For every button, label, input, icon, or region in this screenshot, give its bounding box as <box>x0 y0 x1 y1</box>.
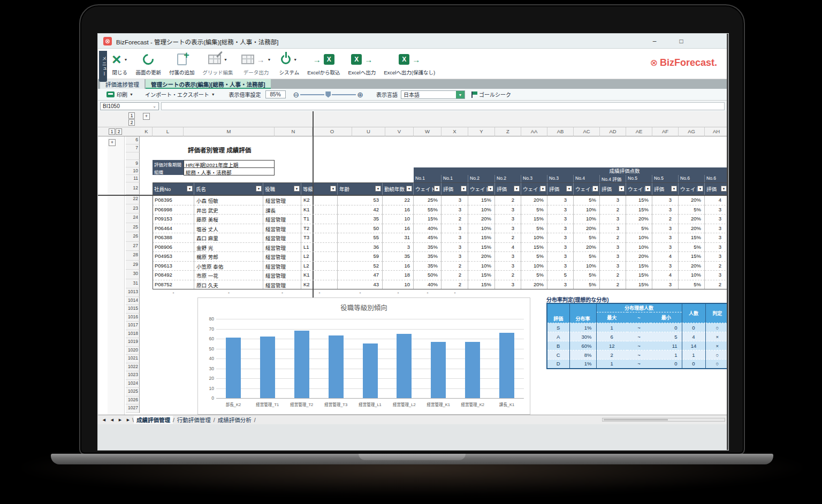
distribution-cell[interactable]: S <box>547 323 569 332</box>
filter-icon[interactable]: ▼ <box>187 186 193 192</box>
distribution-cell[interactable]: 8% <box>569 350 596 360</box>
col-outline-level-2[interactable]: 2 <box>128 119 135 126</box>
cell[interactable]: 3 <box>652 262 679 271</box>
cell[interactable]: 25% <box>414 196 442 205</box>
cell[interactable]: 35% <box>414 262 442 271</box>
cell[interactable]: 3 <box>652 233 679 243</box>
cell[interactable]: 3 <box>495 215 521 224</box>
cell[interactable]: P09153 <box>153 215 194 224</box>
distribution-cell[interactable]: 4 <box>682 332 705 341</box>
tab-1[interactable]: 管理シートの表示(編集)[総務・人事・法務部] <box>146 79 271 89</box>
distribution-cell[interactable]: 12 <box>596 341 627 350</box>
cell[interactable]: 55 <box>338 233 383 243</box>
col-header[interactable]: K <box>141 127 153 136</box>
toolbar-button-data-export[interactable]: →▼データ出力 <box>241 51 271 76</box>
cell[interactable]: 20% <box>626 215 652 224</box>
zoom-slider[interactable]: ⊖ ⊕ <box>293 90 363 99</box>
cell[interactable]: 20% <box>521 196 547 205</box>
cell[interactable]: 3 <box>547 224 574 234</box>
cell[interactable]: 2 <box>705 262 728 271</box>
cell[interactable]: 3 <box>600 252 626 262</box>
distribution-cell[interactable]: 2 <box>596 350 627 360</box>
col-outline-expand[interactable]: + <box>143 113 150 120</box>
cell[interactable]: 小森 恒敏 <box>194 196 263 205</box>
sheet-tab-0[interactable]: 成績評価管理 <box>134 416 173 424</box>
cell[interactable]: P08906 <box>153 243 194 253</box>
cell[interactable]: 20% <box>679 196 705 205</box>
distribution-cell[interactable]: × <box>705 341 728 350</box>
row-header[interactable] <box>126 152 140 160</box>
cell[interactable]: 課長 <box>263 205 301 215</box>
cell[interactable]: 3 <box>442 243 468 253</box>
language-select[interactable]: 日本語 ▼ <box>401 90 465 99</box>
cell[interactable]: 4 <box>705 196 728 205</box>
cell[interactable]: 3 <box>705 271 728 280</box>
distribution-cell[interactable]: 11 <box>651 341 682 350</box>
cell[interactable]: 3 <box>705 252 728 262</box>
cell[interactable]: L2 <box>301 262 338 271</box>
table-column-header[interactable]: ウェイト▼ <box>574 182 600 195</box>
distribution-cell[interactable]: 1 <box>651 350 682 360</box>
scrollbar-thumb[interactable] <box>604 419 668 421</box>
cell[interactable]: 小笠原 泰佑 <box>194 262 263 271</box>
cell[interactable]: 5% <box>574 196 600 205</box>
cell[interactable]: 3 <box>652 280 679 290</box>
cell[interactable]: 10% <box>574 215 600 224</box>
filter-icon[interactable]: ▼ <box>592 186 598 192</box>
cell[interactable]: 3 <box>547 252 574 262</box>
cell[interactable]: K2 <box>301 196 338 205</box>
cell[interactable]: 3 <box>495 280 521 290</box>
col-header[interactable]: Y <box>468 127 495 136</box>
import-export-button[interactable]: インポート・エクスポート ▼ <box>145 90 215 98</box>
cell[interactable]: 10 <box>383 215 414 224</box>
distribution-cell[interactable]: 30% <box>569 332 596 341</box>
col-header[interactable]: V <box>385 127 414 136</box>
row-header[interactable]: 1015 <box>126 305 140 314</box>
col-header[interactable]: O <box>313 127 352 136</box>
cell[interactable]: 3 <box>652 243 679 253</box>
filter-icon[interactable]: ▼ <box>645 186 651 192</box>
cell[interactable]: 20% <box>679 262 705 271</box>
toolbar-button-close-x[interactable]: ×▼閉じる <box>112 51 127 76</box>
cell[interactable]: 3 <box>652 196 679 205</box>
distribution-cell[interactable]: ○ <box>705 323 728 332</box>
cell[interactable]: P06388 <box>153 233 194 243</box>
col-header[interactable]: AE <box>626 127 652 136</box>
col-header[interactable]: M <box>184 127 275 136</box>
cell[interactable]: 20% <box>626 252 652 262</box>
distribution-cell[interactable]: C <box>547 350 569 360</box>
distribution-cell[interactable]: 0 <box>682 360 705 369</box>
cell[interactable]: 59 <box>338 252 383 262</box>
cell[interactable]: L2 <box>301 252 338 262</box>
cell[interactable]: 2 <box>600 280 626 290</box>
cell[interactable]: 3 <box>705 205 728 215</box>
cell[interactable]: 3 <box>547 262 574 271</box>
cell[interactable]: 3 <box>600 224 626 234</box>
cell[interactable]: 10% <box>574 205 600 215</box>
zoom-value-box[interactable]: 85% <box>265 90 286 98</box>
cell[interactable]: 金野 光 <box>194 243 263 253</box>
cell[interactable]: 20% <box>679 224 705 234</box>
distribution-cell[interactable]: ○ <box>705 350 728 360</box>
cell[interactable]: P08395 <box>153 196 194 205</box>
cell[interactable]: 36 <box>338 243 383 253</box>
cell[interactable]: T1 <box>301 215 338 224</box>
distribution-cell[interactable]: 1 <box>596 360 627 369</box>
row-header[interactable]: 1021 <box>126 355 140 363</box>
cell[interactable]: 経営管理 <box>263 271 301 280</box>
filter-icon[interactable]: ▼ <box>619 186 625 192</box>
name-box[interactable]: BI1050 ⌄ <box>100 102 159 110</box>
filter-icon[interactable]: ▼ <box>434 186 440 192</box>
cell[interactable]: 3 <box>442 196 468 205</box>
cell[interactable]: 45% <box>414 233 442 243</box>
maximize-button[interactable]: □ <box>673 36 689 46</box>
goal-seek-button[interactable]: ゴールシーク <box>471 90 511 98</box>
table-column-header[interactable]: 評価▼ <box>495 182 521 195</box>
filter-icon[interactable]: ▼ <box>514 186 520 192</box>
cell[interactable]: 3 <box>547 196 574 205</box>
nav-next-button[interactable]: ▶ <box>116 416 124 423</box>
row-header[interactable]: 7 <box>126 144 140 152</box>
distribution-cell[interactable]: 14 <box>682 341 705 350</box>
cell[interactable]: 経営管理 <box>263 243 301 253</box>
nav-first-button[interactable]: ◀ <box>100 416 108 423</box>
